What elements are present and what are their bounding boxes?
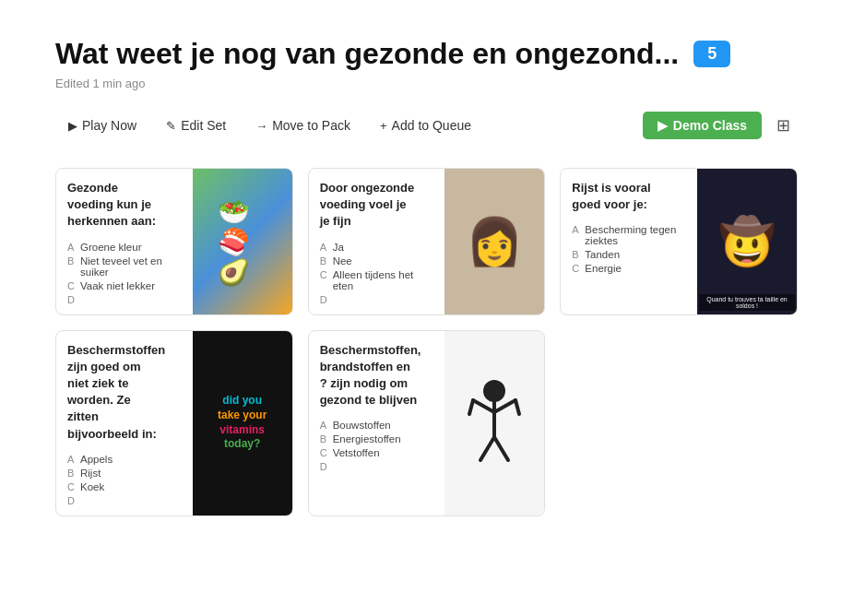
list-item: BEnergiestoffen — [320, 433, 436, 444]
grid-view-button[interactable]: ⊞ — [769, 109, 798, 142]
move-to-pack-label: Move to Pack — [272, 118, 350, 133]
card-1-question: Gezonde voeding kun je herkennen aan: — [67, 180, 184, 231]
card-4-question: Beschermstoffen zijn goed om niet ziek t… — [67, 342, 184, 443]
card-2-content: 2 Door ongezonde voeding voel je je fijn… — [309, 169, 445, 314]
add-to-queue-label: Add to Queue — [392, 118, 471, 133]
stick-figure-svg — [462, 377, 527, 469]
card-3-answers: ABescherming tegen ziektes BTanden CEner… — [572, 224, 688, 274]
header-section: Wat weet je nog van gezonde en ongezond.… — [55, 37, 798, 90]
add-to-queue-button[interactable]: + Add to Queue — [367, 112, 484, 139]
play-icon: ▶ — [68, 119, 77, 133]
list-item: BNee — [320, 255, 436, 267]
list-item: D — [320, 461, 436, 472]
list-item: D — [67, 495, 184, 506]
card-4-image: did you take your vitamins today? — [193, 331, 292, 515]
list-item: BRijst — [67, 468, 184, 479]
card-3-image: Quand tu trouves ta taille en soldos ! — [697, 169, 797, 314]
card-5[interactable]: 5 Beschermstoffen, brandstoffen en ? zij… — [308, 330, 546, 516]
list-item: BTanden — [572, 249, 688, 260]
list-item: D — [67, 294, 184, 305]
list-item: AJa — [320, 242, 436, 253]
card-1[interactable]: 1 Gezonde voeding kun je herkennen aan: … — [55, 168, 293, 315]
play-now-label: Play Now — [82, 118, 136, 133]
list-item: CAlleen tijdens het eten — [320, 269, 436, 291]
toolbar-left: ▶ Play Now ✎ Edit Set → Move to Pack + A… — [55, 112, 643, 139]
plus-icon: + — [380, 119, 387, 133]
svg-line-5 — [515, 400, 519, 414]
vitamins-image: did you take your vitamins today? — [193, 331, 292, 515]
list-item: AGroene kleur — [67, 242, 184, 253]
card-4-content: 4 Beschermstoffen zijn goed om niet ziek… — [56, 331, 193, 515]
list-item: AAppels — [67, 454, 184, 465]
cards-grid: 1 Gezonde voeding kun je herkennen aan: … — [55, 168, 798, 516]
card-3-question: Rijst is vooral goed voor je: — [572, 180, 688, 213]
card-count-badge: 5 — [693, 41, 730, 67]
page-title: Wat weet je nog van gezonde en ongezond.… — [55, 37, 679, 71]
card-2-question: Door ongezonde voeding voel je je fijn — [320, 180, 436, 231]
card-2-image — [444, 169, 544, 314]
toolbar: ▶ Play Now ✎ Edit Set → Move to Pack + A… — [55, 109, 798, 142]
card-5-question: Beschermstoffen, brandstoffen en ? zijn … — [320, 342, 436, 409]
title-row: Wat weet je nog van gezonde en ongezond.… — [55, 37, 798, 71]
list-item: D — [320, 294, 436, 305]
svg-point-0 — [483, 380, 505, 402]
list-item: BNiet teveel vet en suiker — [67, 255, 184, 278]
card-2[interactable]: 2 Door ongezonde voeding voel je je fijn… — [308, 168, 546, 315]
list-item: ABouwstoffen — [320, 420, 436, 431]
card-1-content: 1 Gezonde voeding kun je herkennen aan: … — [56, 169, 193, 314]
play-now-button[interactable]: ▶ Play Now — [55, 112, 149, 139]
svg-line-6 — [480, 437, 494, 460]
card-1-image — [193, 169, 292, 314]
svg-line-7 — [494, 437, 508, 460]
card-4[interactable]: 4 Beschermstoffen zijn goed om niet ziek… — [55, 330, 293, 516]
list-item: CVetstoffen — [320, 447, 436, 458]
edit-icon: ✎ — [166, 119, 176, 133]
demo-play-icon: ▶ — [658, 118, 668, 133]
card-2-answers: AJa BNee CAlleen tijdens het eten D — [320, 242, 436, 305]
svg-line-4 — [469, 400, 473, 414]
list-item: CKoek — [67, 481, 184, 492]
svg-line-3 — [494, 400, 515, 412]
edit-set-label: Edit Set — [181, 118, 226, 133]
card-5-image — [444, 331, 544, 515]
card-1-answers: AGroene kleur BNiet teveel vet en suiker… — [67, 242, 184, 305]
list-item: CVaak niet lekker — [67, 280, 184, 291]
svg-line-2 — [473, 400, 494, 412]
card-4-answers: AAppels BRijst CKoek D — [67, 454, 184, 506]
demo-class-label: Demo Class — [673, 118, 747, 133]
list-item: ABescherming tegen ziektes — [572, 224, 688, 246]
edit-set-button[interactable]: ✎ Edit Set — [153, 112, 239, 139]
list-item: CEnergie — [572, 263, 688, 274]
move-to-pack-button[interactable]: → Move to Pack — [243, 112, 363, 139]
demo-class-button[interactable]: ▶ Demo Class — [643, 112, 762, 139]
card-3-image-caption: Quand tu trouves ta taille en soldos ! — [699, 294, 795, 311]
edited-subtitle: Edited 1 min ago — [55, 77, 798, 90]
grid-icon: ⊞ — [776, 116, 790, 135]
arrow-right-icon: → — [255, 119, 267, 133]
card-5-answers: ABouwstoffen BEnergiestoffen CVetstoffen… — [320, 420, 436, 472]
card-5-content: 5 Beschermstoffen, brandstoffen en ? zij… — [309, 331, 445, 515]
card-3[interactable]: 3 Rijst is vooral goed voor je: ABescher… — [560, 168, 798, 315]
vitamins-text: did you take your vitamins today? — [218, 394, 267, 451]
card-3-content: 3 Rijst is vooral goed voor je: ABescher… — [561, 169, 697, 314]
